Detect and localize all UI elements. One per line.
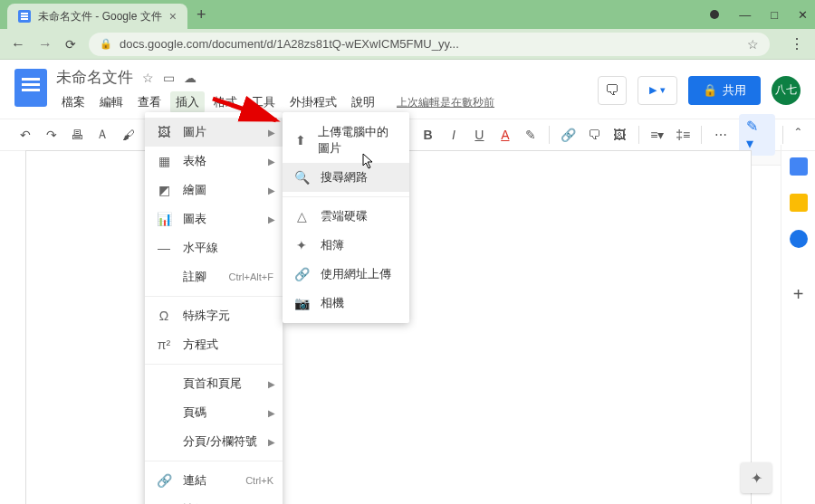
keep-icon[interactable] xyxy=(790,194,808,212)
forward-button: → xyxy=(38,36,53,52)
drive-item[interactable]: △ 雲端硬碟 xyxy=(283,202,409,231)
calendar-icon[interactable] xyxy=(790,157,808,176)
lock-icon: 🔒 xyxy=(703,83,717,97)
insert-hr-item[interactable]: — 水平線 xyxy=(145,233,283,262)
spellcheck-button[interactable]: Ａ xyxy=(91,123,113,147)
insert-menu: 🖼 圖片 ▶ ▦ 表格 ▶ ◩ 繪圖 ▶ 📊 圖表 ▶ — 水平線 註腳 Ctr… xyxy=(145,112,283,504)
upload-from-computer-item[interactable]: ⬆ 上傳電腦中的圖片 xyxy=(283,118,409,163)
underline-button[interactable]: U xyxy=(468,123,490,147)
docs-favicon xyxy=(18,10,31,23)
menu-tools[interactable]: 工具 xyxy=(246,91,281,113)
tasks-icon[interactable] xyxy=(790,230,808,248)
back-button[interactable]: ← xyxy=(11,36,25,52)
window-account-icon[interactable] xyxy=(710,10,719,19)
add-addon-button[interactable]: + xyxy=(793,284,804,305)
submenu-arrow-icon: ▶ xyxy=(268,214,275,224)
line-spacing-button[interactable]: ‡≡ xyxy=(672,123,694,147)
text-color-button[interactable]: A xyxy=(494,123,516,147)
side-panel: + xyxy=(781,145,815,504)
maximize-button[interactable]: □ xyxy=(771,8,778,22)
link-icon: 🔗 xyxy=(156,473,172,488)
link-icon: 🔗 xyxy=(293,267,310,281)
explore-button[interactable]: ✦ xyxy=(741,462,772,493)
menu-format[interactable]: 格式 xyxy=(208,91,243,113)
insert-chart-item[interactable]: 📊 圖表 ▶ xyxy=(145,204,283,233)
close-window-button[interactable]: ✕ xyxy=(798,8,808,22)
insert-special-item[interactable]: Ω 特殊字元 xyxy=(145,301,283,330)
close-tab-icon[interactable]: × xyxy=(169,9,177,24)
search-web-item[interactable]: 🔍 搜尋網路 xyxy=(283,163,409,192)
share-label: 共用 xyxy=(723,82,746,99)
lock-icon: 🔒 xyxy=(100,38,112,50)
by-url-item[interactable]: 🔗 使用網址上傳 xyxy=(283,260,409,289)
star-icon[interactable]: ☆ xyxy=(142,71,154,85)
camera-item[interactable]: 📷 相機 xyxy=(283,289,409,318)
insert-comment-button[interactable]: 🗨 xyxy=(583,123,605,147)
bookmark-star-icon[interactable]: ☆ xyxy=(747,37,759,52)
submenu-arrow-icon: ▶ xyxy=(268,157,275,166)
insert-equation-item[interactable]: π² 方程式 xyxy=(145,330,283,359)
camera-icon: 📷 xyxy=(293,296,310,310)
tab-title: 未命名文件 - Google 文件 xyxy=(38,9,162,24)
insert-image-item[interactable]: 🖼 圖片 ▶ xyxy=(145,118,283,147)
present-button[interactable]: ▶ ▾ xyxy=(638,76,677,105)
drawing-icon: ◩ xyxy=(156,183,172,197)
move-icon[interactable]: ▭ xyxy=(163,71,175,85)
insert-table-item[interactable]: ▦ 表格 ▶ xyxy=(145,147,283,176)
insert-footnote-item[interactable]: 註腳 Ctrl+Alt+F xyxy=(145,262,283,291)
insert-link-item[interactable]: 🔗 連結 Ctrl+K xyxy=(145,466,283,495)
last-edit-text[interactable]: 上次編輯是在數秒前 xyxy=(391,92,500,113)
more-toolbar-button[interactable]: ⋯ xyxy=(709,123,731,147)
highlight-button[interactable]: ✎ xyxy=(520,123,542,147)
paint-format-button[interactable]: 🖌 xyxy=(118,123,139,147)
photos-item[interactable]: ✦ 相簿 xyxy=(283,231,409,260)
insert-break-item[interactable]: 分頁/分欄符號 ▶ xyxy=(145,427,283,456)
minimize-button[interactable]: — xyxy=(739,8,751,22)
browser-menu-button[interactable]: ⋮ xyxy=(790,35,804,52)
drive-icon: △ xyxy=(293,209,310,223)
search-icon: 🔍 xyxy=(293,170,310,185)
account-avatar[interactable]: 八七 xyxy=(772,76,801,105)
hr-icon: — xyxy=(156,241,172,255)
browser-titlebar: 未命名文件 - Google 文件 × + — □ ✕ xyxy=(0,0,815,29)
menu-file[interactable]: 檔案 xyxy=(56,91,91,113)
menu-view[interactable]: 查看 xyxy=(132,91,167,113)
upload-icon: ⬆ xyxy=(293,133,307,147)
undo-button[interactable]: ↶ xyxy=(14,123,36,147)
insert-headers-item[interactable]: 頁首和頁尾 ▶ xyxy=(145,369,283,398)
reload-button[interactable]: ⟳ xyxy=(65,37,76,52)
hide-menus-button[interactable]: ˆ xyxy=(796,127,801,143)
equation-icon: π² xyxy=(156,338,172,352)
menu-addons[interactable]: 外掛程式 xyxy=(284,91,342,113)
menu-help[interactable]: 說明 xyxy=(346,91,380,113)
submenu-arrow-icon: ▶ xyxy=(268,379,275,389)
docs-logo-icon[interactable] xyxy=(14,69,47,107)
new-tab-button[interactable]: + xyxy=(197,5,206,24)
redo-button[interactable]: ↷ xyxy=(40,123,62,147)
align-button[interactable]: ≡▾ xyxy=(647,123,668,147)
submenu-arrow-icon: ▶ xyxy=(268,185,275,195)
url-text: docs.google.com/document/d/1A28zs81tQ-wE… xyxy=(120,37,459,51)
docs-header: 未命名文件 ☆ ▭ ☁ 檔案 編輯 查看 插入 格式 工具 外掛程式 說明 上次… xyxy=(0,60,815,113)
insert-image-button[interactable]: 🖼 xyxy=(609,123,630,147)
share-button[interactable]: 🔒 共用 xyxy=(688,76,761,105)
comments-button[interactable]: 🗨 xyxy=(598,76,627,105)
url-box[interactable]: 🔒 docs.google.com/document/d/1A28zs81tQ-… xyxy=(89,33,770,56)
menu-edit[interactable]: 編輯 xyxy=(94,91,129,113)
insert-pagenum-item[interactable]: 頁碼 ▶ xyxy=(145,398,283,427)
print-button[interactable]: 🖶 xyxy=(66,123,88,147)
document-title[interactable]: 未命名文件 xyxy=(56,67,133,88)
insert-drawing-item[interactable]: ◩ 繪圖 ▶ xyxy=(145,176,283,204)
browser-tab[interactable]: 未命名文件 - Google 文件 × xyxy=(7,4,187,29)
cloud-status-icon[interactable]: ☁ xyxy=(184,71,197,85)
window-controls: — □ ✕ xyxy=(710,8,808,22)
submenu-arrow-icon: ▶ xyxy=(268,437,275,447)
insert-link-button[interactable]: 🔗 xyxy=(557,123,579,147)
insert-comment-item: 🗨 註解 Ctrl+Alt+M xyxy=(145,495,283,504)
bold-button[interactable]: B xyxy=(417,123,438,147)
menubar: 檔案 編輯 查看 插入 格式 工具 外掛程式 說明 上次編輯是在數秒前 xyxy=(56,91,589,113)
italic-button[interactable]: I xyxy=(443,123,465,147)
submenu-arrow-icon: ▶ xyxy=(268,128,275,138)
address-bar: ← → ⟳ 🔒 docs.google.com/document/d/1A28z… xyxy=(0,29,815,60)
menu-insert[interactable]: 插入 xyxy=(170,91,205,113)
